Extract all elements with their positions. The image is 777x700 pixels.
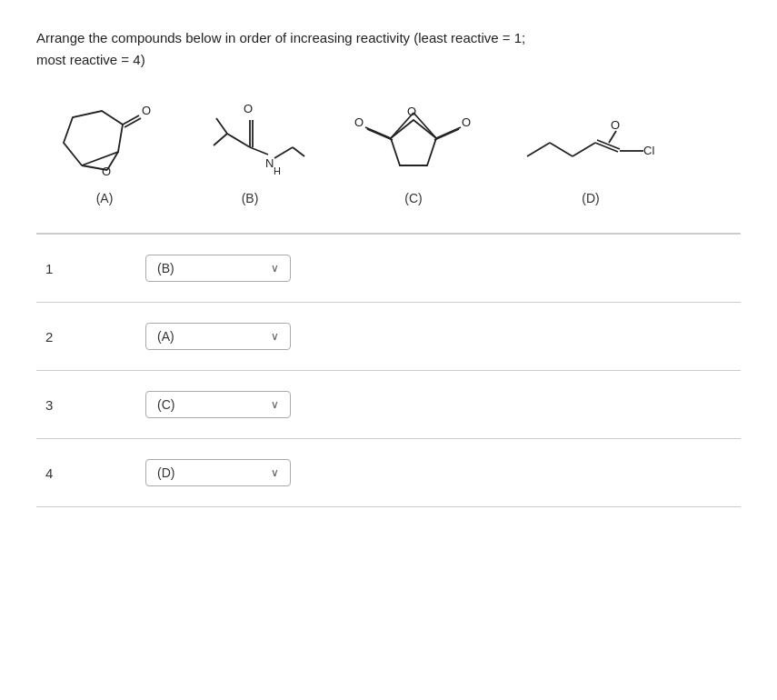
ranking-row-2: 2(A)∨ <box>36 303 741 371</box>
dropdown-3[interactable]: (C)∨ <box>145 391 291 418</box>
dropdown-1[interactable]: (B)∨ <box>145 255 291 282</box>
svg-text:N: N <box>265 156 274 170</box>
rank-number-4: 4 <box>36 439 73 507</box>
svg-text:Cl: Cl <box>643 144 654 157</box>
svg-text:O: O <box>102 165 111 178</box>
dropdown-2[interactable]: (A)∨ <box>145 323 291 350</box>
dropdown-label-1: (B) <box>157 261 174 275</box>
svg-text:H: H <box>274 165 281 176</box>
svg-line-16 <box>293 147 304 156</box>
dropdown-cell-2: (A)∨ <box>73 303 364 371</box>
compound-b-label: (B) <box>242 191 259 205</box>
compound-b: O N H (B) <box>191 93 309 205</box>
svg-text:O: O <box>244 102 253 115</box>
svg-line-6 <box>227 134 250 147</box>
compounds-row: O O (A) O N H (B) <box>36 93 741 205</box>
svg-text:O: O <box>354 115 364 129</box>
svg-text:O: O <box>611 118 620 132</box>
svg-line-19 <box>367 129 393 140</box>
svg-line-22 <box>434 129 459 140</box>
ranking-row-3: 3(C)∨ <box>36 371 741 439</box>
compound-c: O O O (C) <box>345 93 482 205</box>
svg-text:O: O <box>407 105 416 118</box>
svg-line-33 <box>609 131 616 143</box>
dropdown-cell-3: (C)∨ <box>73 371 364 439</box>
svg-line-18 <box>365 127 391 138</box>
empty-cell-2 <box>364 303 741 371</box>
empty-cell-1 <box>364 235 741 303</box>
svg-marker-17 <box>391 120 436 165</box>
dropdown-cell-1: (B)∨ <box>73 235 364 303</box>
svg-line-8 <box>216 118 227 134</box>
rank-number-3: 3 <box>36 371 73 439</box>
dropdown-label-4: (D) <box>157 465 174 480</box>
question-text: Arrange the compounds below in order of … <box>36 27 691 71</box>
compound-d-label: (D) <box>582 191 599 205</box>
chevron-down-icon-3: ∨ <box>271 398 279 411</box>
compound-a-label: (A) <box>96 191 114 205</box>
empty-cell-4 <box>364 439 741 507</box>
svg-line-26 <box>413 113 436 138</box>
chevron-down-icon-1: ∨ <box>271 262 279 275</box>
compound-c-label: (C) <box>404 191 422 205</box>
rank-number-2: 2 <box>36 303 73 371</box>
chevron-down-icon-2: ∨ <box>271 330 279 343</box>
svg-line-7 <box>214 134 227 145</box>
svg-line-21 <box>436 127 461 138</box>
svg-line-25 <box>391 113 413 138</box>
compound-d: O Cl (D) <box>518 102 663 205</box>
svg-line-15 <box>274 147 293 158</box>
chevron-down-icon-4: ∨ <box>271 466 279 479</box>
dropdown-label-2: (A) <box>157 329 174 344</box>
svg-text:O: O <box>462 115 471 129</box>
svg-line-28 <box>550 143 573 156</box>
svg-line-29 <box>573 143 595 156</box>
ranking-row-1: 1(B)∨ <box>36 235 741 303</box>
empty-cell-3 <box>364 371 741 439</box>
dropdown-label-3: (C) <box>157 397 174 412</box>
rank-number-1: 1 <box>36 235 73 303</box>
svg-line-12 <box>250 147 268 155</box>
svg-text:O: O <box>142 104 151 117</box>
dropdown-4[interactable]: (D)∨ <box>145 459 291 486</box>
dropdown-cell-4: (D)∨ <box>73 439 364 507</box>
ranking-row-4: 4(D)∨ <box>36 439 741 507</box>
ranking-table: 1(B)∨2(A)∨3(C)∨4(D)∨ <box>36 234 741 507</box>
svg-line-27 <box>527 143 550 156</box>
compound-a: O O (A) <box>55 97 154 205</box>
